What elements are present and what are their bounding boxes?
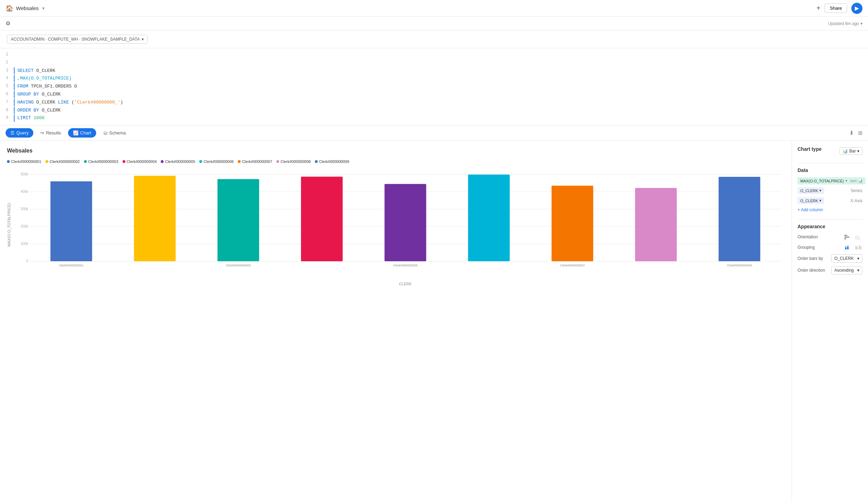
svg-text:Clerk#000000009: Clerk#000000009 [727,264,752,267]
divider-1 [798,163,862,163]
order-bars-dropdown[interactable]: O_CLERK ▾ [831,254,862,263]
chart-area: MAX(O.O_TOTALPRICE) 0100k200k300k400k500… [7,169,785,280]
updated-text: Updated 8m ago ▾ [828,21,862,26]
svg-text:Clerk#000000007: Clerk#000000007 [560,264,585,267]
tab-schema[interactable]: 🗂 Schema [98,128,131,138]
orientation-horizontal-icon[interactable] [844,233,852,240]
chart-panel: Websales Clerk#000000001Clerk#000000002C… [0,141,792,502]
chart-tab-icon: 📈 [73,130,78,135]
orientation-label: Orientation [798,234,818,239]
chart-inner: 0100k200k300k400k500kClerk#000000001Cler… [14,169,785,280]
svg-rect-30 [857,235,858,240]
run-button[interactable]: ▶ [851,3,862,14]
legend-dot [238,160,241,163]
svg-rect-35 [847,245,849,247]
legend-item: Clerk#000000007 [238,159,272,164]
legend-dot [45,160,48,163]
sql-line: 1 [0,51,868,59]
sql-line: 8ORDER BY O_CLERK [0,107,868,115]
svg-rect-24 [719,177,760,261]
svg-rect-21 [552,186,593,262]
sql-line: 5FROM TPCH_SF1.ORDERS O [0,83,868,91]
svg-text:Clerk#000000001: Clerk#000000001 [59,264,84,267]
title-dropdown-icon[interactable]: ▼ [42,6,45,10]
sql-line: 4 ,MAX(O.O_TOTALPRICE) [0,75,868,83]
series-label: Series [851,188,862,193]
legend-item: Clerk#000000001 [7,159,41,164]
grouping-row: Grouping [798,244,862,251]
updated-dropdown-icon[interactable]: ▾ [860,21,862,26]
toolbar-right: ⬇ ⊞ [849,130,862,136]
svg-rect-26 [844,235,847,236]
nav-title: Websales [16,5,39,11]
context-selector[interactable]: ACCOUNTADMIN · COMPUTE_WH · SNOWFLAKE_SA… [7,35,148,44]
tab-results[interactable]: ↪ Results [35,128,66,138]
order-bars-arrow: ▾ [857,256,859,261]
svg-rect-38 [859,245,860,249]
data-pill-chart-icon: 📊 [858,179,863,183]
sql-line: 2 [0,59,868,67]
sql-editor[interactable]: 1 2 3SELECT O_CLERK4 ,MAX(O.O_TOTALPRICE… [0,48,868,125]
legend-dot [315,160,318,163]
home-icon[interactable]: 🏠 [6,5,13,12]
series-pill-arrow: ▾ [819,188,821,193]
share-button[interactable]: Share [825,3,847,13]
layout-icon[interactable]: ⊞ [858,130,862,136]
svg-rect-29 [856,236,857,240]
svg-rect-36 [856,246,857,249]
order-direction-row: Order direction Ascending ▾ [798,266,862,274]
chart-legend: Clerk#000000001Clerk#000000002Clerk#0000… [7,159,785,164]
order-bars-label: Order bars by [798,256,823,261]
orientation-vertical-icon[interactable] [854,233,862,240]
order-direction-dropdown[interactable]: Ascending ▾ [831,266,862,274]
sql-line: 9LIMIT 1000 [0,114,868,122]
appearance-label: Appearance [798,224,862,229]
filter-icon[interactable]: ⚙ [6,20,10,27]
legend-item: Clerk#000000004 [123,159,157,164]
xaxis-label: X-Axis [850,198,862,203]
sql-line: 6GROUP BY O_CLERK [0,91,868,99]
legend-item: Clerk#000000009 [315,159,349,164]
order-bars-row: Order bars by O_CLERK ▾ [798,254,862,263]
download-icon[interactable]: ⬇ [849,130,854,136]
series-pill[interactable]: O_CLERK ▾ [798,187,824,194]
nav-left: 🏠 Websales ▼ [6,5,45,12]
svg-text:500k: 500k [20,172,28,176]
svg-rect-15 [217,179,259,262]
tab-chart[interactable]: 📈 Chart [68,128,96,138]
legend-item: Clerk#000000002 [45,159,80,164]
top-nav: 🏠 Websales ▼ + Share ▶ [0,0,868,17]
appearance-section: Appearance Orientation Grouping [798,224,862,274]
results-tab-icon: ↪ [40,130,44,135]
data-pill[interactable]: MAX(O.O_TOTALPRICE) ▾ sum 📊 [798,177,866,184]
grouping-icons [844,244,862,251]
tabs-left: ☰ Query ↪ Results 📈 Chart 🗂 Schema [6,128,131,138]
svg-text:Clerk#000000005: Clerk#000000005 [393,264,418,267]
legend-dot [161,160,164,163]
grouping-grouped-icon[interactable] [854,244,862,251]
schema-tab-icon: 🗂 [103,130,108,135]
legend-dot [84,160,87,163]
svg-rect-34 [847,247,849,249]
sub-nav: ⚙ Updated 8m ago ▾ [0,17,868,31]
svg-text:0: 0 [26,259,28,263]
chart-type-label: Chart type [798,146,821,152]
svg-text:Clerk#000000003: Clerk#000000003 [226,264,251,267]
chart-type-row: Chart type 📊 Bar ▾ [798,146,862,156]
svg-rect-33 [845,246,846,247]
x-axis-title: CLERK [26,282,785,286]
grouping-stacked-icon[interactable] [844,244,852,251]
legend-item: Clerk#000000006 [199,159,234,164]
sql-line: 3SELECT O_CLERK [0,67,868,75]
legend-dot [199,160,202,163]
svg-text:300k: 300k [20,207,28,211]
add-column-btn[interactable]: + Add column [798,207,862,212]
orientation-icons [844,233,862,240]
svg-rect-20 [468,175,510,262]
xaxis-pill[interactable]: O_CLERK ▾ [798,197,824,204]
add-button[interactable]: + [817,4,821,12]
svg-rect-18 [385,184,426,262]
chart-type-dropdown[interactable]: 📊 Bar ▾ [840,147,862,155]
xaxis-row: O_CLERK ▾ X-Axis [798,197,862,204]
tab-query[interactable]: ☰ Query [6,128,33,138]
